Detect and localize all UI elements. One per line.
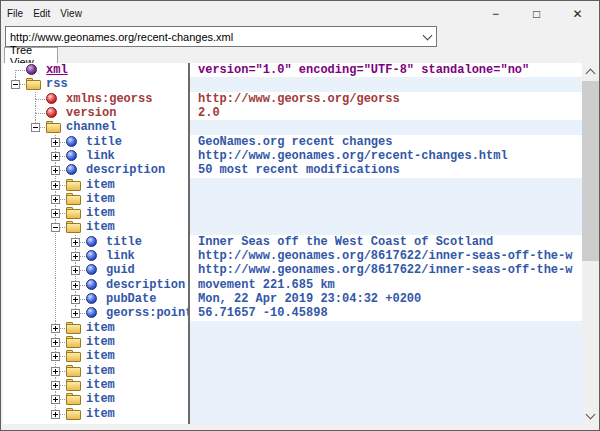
address-dropdown-button[interactable] [418,27,436,46]
tree-connector-line [55,263,56,277]
expand-toggle[interactable] [51,324,60,333]
tree-row[interactable]: item [3,349,188,363]
tree-node-label[interactable]: item [86,220,115,234]
tree-row[interactable]: item [3,321,188,335]
tree-node-label[interactable]: xmlns:georss [66,92,152,106]
address-combobox[interactable] [5,26,437,47]
tree-row[interactable]: item [3,206,188,220]
maximize-button[interactable]: □ [516,2,557,25]
plus-glyph [55,183,56,188]
expand-toggle[interactable] [71,281,80,290]
expand-toggle[interactable] [51,381,60,390]
close-button[interactable]: ✕ [557,2,598,25]
expand-toggle[interactable] [71,238,80,247]
plus-glyph [55,326,56,331]
tree-row[interactable]: xmlns:georss [3,92,188,106]
tree-row[interactable]: title [3,135,188,149]
value-text: http://www.georss.org/georss [190,92,582,106]
scroll-down-button[interactable] [582,407,599,424]
expand-toggle[interactable] [51,138,60,147]
tree-row[interactable]: item [3,178,188,192]
expand-toggle[interactable] [51,410,60,419]
tree-node-label[interactable]: item [86,378,115,392]
tree-row[interactable]: item [3,335,188,349]
collapse-toggle[interactable] [11,80,20,89]
expand-toggle[interactable] [51,181,60,190]
expand-toggle[interactable] [51,338,60,347]
tree-row[interactable]: item [3,220,188,234]
tree-row[interactable]: item [3,192,188,206]
value-row [190,192,582,206]
expand-toggle[interactable] [71,309,80,318]
element-orb-icon [86,250,97,261]
expand-toggle[interactable] [51,209,60,218]
tree-row[interactable]: description [3,278,188,292]
value-row [190,392,582,406]
tree-row[interactable]: channel [3,120,188,134]
tree-node-label[interactable]: xml [46,63,68,77]
plus-glyph [55,154,56,159]
tree-row[interactable]: item [3,392,188,406]
expand-toggle[interactable] [51,152,60,161]
tree-node-label[interactable]: description [86,163,165,177]
expand-toggle[interactable] [51,195,60,204]
folder-body [66,195,81,205]
expand-toggle[interactable] [71,266,80,275]
menu-item-view[interactable]: View [55,8,87,19]
tree-row[interactable]: item [3,378,188,392]
tree-node-label[interactable]: item [86,335,115,349]
scroll-up-button[interactable] [582,63,599,80]
tree-node-label[interactable]: item [86,206,115,220]
tree-node-label[interactable]: item [86,407,115,421]
minimize-button[interactable]: − [475,2,516,25]
tree-node-label[interactable]: item [86,192,115,206]
tab-tree-view[interactable]: Tree View [4,47,58,64]
tree-row[interactable]: description [3,163,188,177]
tree-node-label[interactable]: title [86,135,122,149]
tree-node-label[interactable]: item [86,178,115,192]
element-orb-icon [86,307,97,318]
tree-node-label[interactable]: version [66,106,116,120]
tree-row[interactable]: georss:point [3,306,188,320]
address-input[interactable] [6,31,418,43]
expand-toggle[interactable] [51,352,60,361]
plus-glyph [75,311,76,316]
expand-toggle[interactable] [51,166,60,175]
tree-row[interactable]: rss [3,77,188,91]
tree-node-label[interactable]: guid [106,263,135,277]
tree-node-label[interactable]: description [106,278,185,292]
tree-node-label[interactable]: link [86,149,115,163]
tree-node-label[interactable]: channel [66,120,116,134]
tree-node-label[interactable]: item [86,364,115,378]
expand-toggle[interactable] [51,367,60,376]
tree-row[interactable]: guid [3,263,188,277]
expand-toggle[interactable] [71,295,80,304]
tree-row[interactable]: item [3,407,188,421]
tree-node-label[interactable]: rss [46,77,68,91]
tree-node-label[interactable]: item [86,392,115,406]
tree-node-label[interactable]: pubDate [106,292,156,306]
tree-row[interactable]: item [3,364,188,378]
scrollbar-thumb[interactable] [582,81,599,261]
tree-node-label[interactable]: item [86,349,115,363]
tree-pane[interactable]: xmlrssxmlns:georssversionchanneltitlelin… [3,63,188,424]
tree-node-label[interactable]: georss:point [106,306,188,320]
tree-row[interactable]: title [3,235,188,249]
collapse-toggle[interactable] [51,223,60,232]
value-text: Mon, 22 Apr 2019 23:04:32 +0200 [190,292,582,306]
tree-row[interactable]: link [3,249,188,263]
tree-row[interactable]: xml [3,63,188,77]
tree-row[interactable]: version [3,106,188,120]
expand-toggle[interactable] [71,252,80,261]
menu-item-edit[interactable]: Edit [28,8,55,19]
tree-row[interactable]: pubDate [3,292,188,306]
expand-toggle[interactable] [51,395,60,404]
tree-node-label[interactable]: item [86,321,115,335]
tree-row[interactable]: link [3,149,188,163]
tree-node-label[interactable]: title [106,235,142,249]
menu-item-file[interactable]: File [2,8,28,19]
value-pane: version="1.0" encoding="UTF-8" standalon… [190,63,599,424]
collapse-toggle[interactable] [31,123,40,132]
tree-node-label[interactable]: link [106,249,135,263]
vertical-scrollbar[interactable] [582,63,599,424]
